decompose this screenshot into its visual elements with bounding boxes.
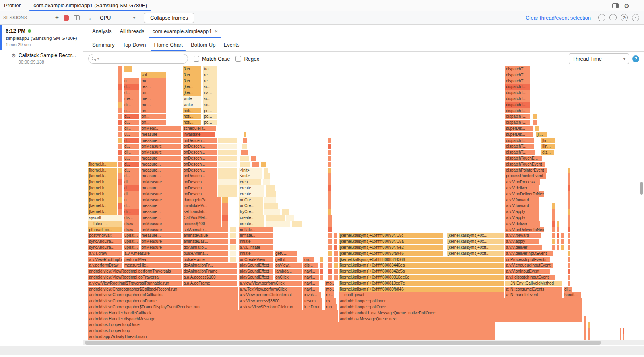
flame-frame[interactable] xyxy=(568,191,571,197)
flame-frame[interactable]: <init> xyxy=(239,173,262,179)
flame-frame[interactable] xyxy=(561,239,565,244)
flame-frame[interactable]: animateBas... xyxy=(183,239,229,244)
flame-frame[interactable]: a::N::handleEvent xyxy=(505,292,562,298)
flame-frame[interactable] xyxy=(535,126,540,131)
flame-frame[interactable] xyxy=(118,179,123,185)
flame-frame[interactable] xyxy=(328,173,331,179)
flame-frame[interactable]: doAnimationFrame xyxy=(183,269,237,274)
flame-frame[interactable]: a.v.V.measure xyxy=(124,251,181,256)
flame-frame[interactable] xyxy=(230,251,237,256)
flame-frame[interactable]: syncAndDra... xyxy=(88,239,123,244)
flame-frame[interactable]: measure... xyxy=(141,138,181,144)
process-dropdown[interactable]: CPU ▾ xyxy=(100,15,135,21)
match-case-checkbox[interactable]: Match Case xyxy=(194,56,230,62)
flame-frame[interactable]: CallVoidMet... xyxy=(183,215,221,221)
flame-frame[interactable] xyxy=(222,209,229,215)
tab-summary[interactable]: Summary xyxy=(88,38,119,51)
flame-frame[interactable]: animateValue xyxy=(183,233,229,238)
flame-frame[interactable] xyxy=(568,209,571,215)
flame-frame[interactable]: a.v.performDraw xyxy=(88,263,123,268)
flame-frame[interactable] xyxy=(328,245,332,250)
flame-frame[interactable] xyxy=(328,185,331,191)
tab-analysis[interactable]: Analysis xyxy=(88,25,116,38)
flame-frame[interactable]: di... xyxy=(124,191,140,197)
flame-frame[interactable]: mo... xyxy=(325,281,335,286)
flame-frame[interactable]: postAndWait xyxy=(88,233,123,238)
flame-frame[interactable]: invalidate xyxy=(183,132,215,137)
flame-frame[interactable] xyxy=(222,197,229,203)
flame-frame[interactable] xyxy=(118,197,123,203)
flame-frame[interactable]: pulseAnima... xyxy=(183,251,229,256)
flame-frame[interactable] xyxy=(118,209,123,215)
flame-frame[interactable] xyxy=(218,191,237,197)
flame-frame[interactable] xyxy=(266,215,285,221)
flame-frame[interactable] xyxy=(533,114,537,119)
flame-frame[interactable]: a.view.ViewRootImpl$TraversalRunnable.ru… xyxy=(88,281,182,286)
session-item[interactable]: 6:12 PM simpleapp1 (Samsung SM-G780F) 1 … xyxy=(0,25,83,49)
flame-frame[interactable]: [kernel.kallsyms]+0xffffff80083440ea xyxy=(339,263,504,268)
flame-frame[interactable]: a.v.V.onDeliverToNext xyxy=(505,191,545,197)
flame-frame[interactable] xyxy=(568,245,571,250)
flame-frame[interactable] xyxy=(557,233,560,238)
flame-frame[interactable]: dispatchTouchEvent xyxy=(505,162,545,167)
flame-frame[interactable] xyxy=(584,328,587,334)
flame-frame[interactable]: measure... xyxy=(141,173,181,179)
flame-frame[interactable]: u... xyxy=(124,108,140,114)
flame-frame[interactable] xyxy=(552,203,555,209)
flame-frame[interactable]: a.a.A.doFrame xyxy=(183,281,237,286)
flame-frame[interactable]: android.view.Choreographer.doFrame xyxy=(88,298,239,304)
flame-frame[interactable] xyxy=(328,209,331,215)
recording-item[interactable]: ⚙ Callstack Sample Recor... 00:00:09.138 xyxy=(0,49,83,64)
flame-frame[interactable]: a.a.A.access$100 xyxy=(183,275,237,280)
flame-frame[interactable]: measure xyxy=(141,203,181,209)
flame-frame[interactable] xyxy=(118,144,123,149)
flame-frame[interactable]: android.os.MessageQueue.next xyxy=(339,316,582,322)
flame-frame[interactable] xyxy=(533,120,537,125)
flame-frame[interactable]: dispatchT... xyxy=(505,114,531,119)
zoom-in-icon[interactable]: + xyxy=(609,14,617,21)
flame-frame[interactable] xyxy=(124,66,132,72)
flame-frame[interactable]: dispatchTouchE... xyxy=(505,156,542,161)
stop-recording-button[interactable] xyxy=(64,15,69,21)
flame-frame[interactable]: write xyxy=(183,96,201,102)
flame-frame[interactable] xyxy=(588,328,590,334)
flame-frame[interactable]: a.view.View.performClick xyxy=(239,281,303,286)
flame-frame[interactable] xyxy=(328,144,331,149)
regex-checkbox[interactable]: Regex xyxy=(235,56,259,62)
flame-frame[interactable] xyxy=(328,138,331,144)
flame-frame[interactable]: onDescen... xyxy=(183,138,217,144)
flame-frame[interactable]: a.v.V.onDeliverToNext xyxy=(505,227,545,233)
flame-frame[interactable]: di... xyxy=(564,287,572,292)
flame-frame[interactable] xyxy=(557,245,560,250)
flame-frame[interactable]: [kernel.k... xyxy=(88,168,118,173)
flame-frame[interactable]: d... xyxy=(124,138,140,144)
flame-frame[interactable]: dispatchT... xyxy=(505,120,531,125)
flame-frame[interactable]: playSoundEffect xyxy=(239,263,274,268)
flame-frame[interactable] xyxy=(620,328,622,334)
flame-frame[interactable]: me... xyxy=(141,78,167,84)
flame-frame[interactable]: d... xyxy=(124,90,140,96)
flame-frame[interactable]: a::N::consumeEvents xyxy=(505,287,562,292)
flame-frame[interactable] xyxy=(328,168,331,173)
flame-frame[interactable] xyxy=(286,215,294,221)
add-session-icon[interactable]: + xyxy=(55,14,59,21)
flame-frame[interactable] xyxy=(230,233,237,238)
flame-frame[interactable] xyxy=(264,209,281,215)
flame-frame[interactable]: onDescen... xyxy=(183,144,217,149)
flame-frame[interactable]: doAnimationFr... xyxy=(183,263,237,268)
flame-frame[interactable]: onDescen... xyxy=(183,168,217,173)
flame-frame[interactable]: d... xyxy=(124,168,140,173)
flame-frame[interactable]: lambda... xyxy=(275,269,303,274)
flame-frame[interactable]: setTranslati... xyxy=(183,209,221,215)
search-input[interactable]: ▾ xyxy=(88,54,188,64)
flame-frame[interactable] xyxy=(218,138,237,144)
flame-frame[interactable]: noti... xyxy=(183,108,201,114)
flame-frame[interactable]: pulseFrame xyxy=(183,257,229,263)
flame-frame[interactable]: superDis... xyxy=(505,126,533,131)
flame-frame[interactable]: onMeasure xyxy=(141,239,181,244)
flame-frame[interactable]: d... xyxy=(124,120,140,125)
flame-frame[interactable]: di... xyxy=(124,179,140,185)
flame-frame[interactable]: [ker... xyxy=(183,84,201,90)
flame-frame[interactable] xyxy=(568,269,571,274)
flame-frame[interactable]: di... xyxy=(124,209,140,215)
